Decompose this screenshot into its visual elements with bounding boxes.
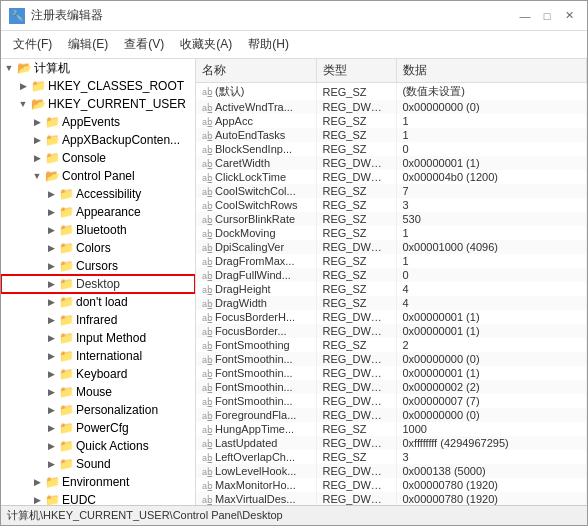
table-row[interactable]: ab̲MaxMonitorHo...REG_DWORD0x00000780 (1… [196,478,587,492]
menu-view[interactable]: 查看(V) [116,33,172,56]
tree-node-cursors[interactable]: ▶📁Cursors [1,257,195,275]
tree-node-mouse[interactable]: ▶📁Mouse [1,383,195,401]
tree-node-inputmethod[interactable]: ▶📁Input Method [1,329,195,347]
expand-icon-dontload[interactable]: ▶ [43,294,59,310]
expand-icon-hkcr[interactable]: ▶ [15,78,31,94]
expand-icon-environment[interactable]: ▶ [29,474,45,490]
table-row[interactable]: ab̲LeftOverlapCh...REG_SZ3 [196,450,587,464]
table-row[interactable]: ab̲DragFullWind...REG_SZ0 [196,268,587,282]
table-row[interactable]: ab̲DragHeightREG_SZ4 [196,282,587,296]
table-row[interactable]: ab̲DpiScalingVerREG_DWORD0x00001000 (409… [196,240,587,254]
expand-icon-accessibility[interactable]: ▶ [43,186,59,202]
table-row[interactable]: ab̲FontSmoothingREG_SZ2 [196,338,587,352]
expand-icon-personalization[interactable]: ▶ [43,402,59,418]
tree-node-personalization[interactable]: ▶📁Personalization [1,401,195,419]
table-row[interactable]: ab̲FontSmoothin...REG_DWORD0x00000007 (7… [196,394,587,408]
tree-node-hkcu[interactable]: ▼📂HKEY_CURRENT_USER [1,95,195,113]
registry-tree[interactable]: ▼📂计算机▶📁HKEY_CLASSES_ROOT▼📂HKEY_CURRENT_U… [1,59,196,505]
table-row[interactable]: ab̲ActiveWndTra...REG_DWORD0x00000000 (0… [196,100,587,114]
expand-icon-desktop[interactable]: ▶ [43,276,59,292]
tree-node-accessibility[interactable]: ▶📁Accessibility [1,185,195,203]
tree-node-international[interactable]: ▶📁International [1,347,195,365]
tree-node-keyboard[interactable]: ▶📁Keyboard [1,365,195,383]
tree-node-colors[interactable]: ▶📁Colors [1,239,195,257]
table-row[interactable]: ab̲AppAccREG_SZ1 [196,114,587,128]
folder-icon-hkcu: 📂 [31,97,46,111]
table-row[interactable]: ab̲DragFromMax...REG_SZ1 [196,254,587,268]
table-row[interactable]: ab̲FocusBorder...REG_DWORD0x00000001 (1) [196,324,587,338]
menu-file[interactable]: 文件(F) [5,33,60,56]
expand-icon-keyboard[interactable]: ▶ [43,366,59,382]
tree-node-sound[interactable]: ▶📁Sound [1,455,195,473]
expand-icon-infrared[interactable]: ▶ [43,312,59,328]
table-row[interactable]: ab̲CoolSwitchCol...REG_SZ7 [196,184,587,198]
minimize-button[interactable]: — [515,6,535,26]
tree-node-hkcr[interactable]: ▶📁HKEY_CLASSES_ROOT [1,77,195,95]
folder-icon-dontload: 📁 [59,295,74,309]
node-label-powercfg: PowerCfg [76,421,129,435]
table-row[interactable]: ab̲FontSmoothin...REG_DWORD0x00000002 (2… [196,380,587,394]
tree-node-infrared[interactable]: ▶📁Infrared [1,311,195,329]
expand-icon-international[interactable]: ▶ [43,348,59,364]
table-row[interactable]: ab̲HungAppTime...REG_SZ1000 [196,422,587,436]
table-row[interactable]: ab̲CursorBlinkRateREG_SZ530 [196,212,587,226]
col-header-type[interactable]: 类型 [316,59,396,83]
cell-type-2: REG_SZ [316,114,396,128]
tree-node-environment[interactable]: ▶📁Environment [1,473,195,491]
table-row[interactable]: ab̲DragWidthREG_SZ4 [196,296,587,310]
table-row[interactable]: ab̲BlockSendInp...REG_SZ0 [196,142,587,156]
node-label-keyboard: Keyboard [76,367,127,381]
tree-node-powercfg[interactable]: ▶📁PowerCfg [1,419,195,437]
expand-icon-appevents[interactable]: ▶ [29,114,45,130]
expand-icon-colors[interactable]: ▶ [43,240,59,256]
expand-icon-eudc[interactable]: ▶ [29,492,45,505]
folder-icon-environment: 📁 [45,475,60,489]
tree-node-appearance[interactable]: ▶📁Appearance [1,203,195,221]
expand-icon-sound[interactable]: ▶ [43,456,59,472]
expand-icon-appearance[interactable]: ▶ [43,204,59,220]
maximize-button[interactable]: □ [537,6,557,26]
tree-node-desktop[interactable]: ▶📁Desktop [1,275,195,293]
table-row[interactable]: ab̲LastUpdatedREG_DWORD0xffffffff (42949… [196,436,587,450]
table-row[interactable]: ab̲DockMovingREG_SZ1 [196,226,587,240]
table-row[interactable]: ab̲FocusBorderH...REG_DWORD0x00000001 (1… [196,310,587,324]
table-row[interactable]: ab̲ForegroundFla...REG_DWORD0x00000000 (… [196,408,587,422]
tree-node-quickactions[interactable]: ▶📁Quick Actions [1,437,195,455]
tree-node-console[interactable]: ▶📁Console [1,149,195,167]
tree-node-dontload[interactable]: ▶📁don't load [1,293,195,311]
expand-icon-powercfg[interactable]: ▶ [43,420,59,436]
table-row[interactable]: ab̲FontSmoothin...REG_DWORD0x00000001 (1… [196,366,587,380]
expand-icon-bluetooth[interactable]: ▶ [43,222,59,238]
menu-edit[interactable]: 编辑(E) [60,33,116,56]
tree-node-eudc[interactable]: ▶📁EUDC [1,491,195,505]
col-header-name[interactable]: 名称 [196,59,316,83]
tree-node-controlpanel[interactable]: ▼📂Control Panel [1,167,195,185]
expand-icon-appxbackup[interactable]: ▶ [29,132,45,148]
table-row[interactable]: ab̲ClickLockTimeREG_DWORD0x000004b0 (120… [196,170,587,184]
table-row[interactable]: ab̲FontSmoothin...REG_DWORD0x00000000 (0… [196,352,587,366]
table-row[interactable]: ab̲CoolSwitchRowsREG_SZ3 [196,198,587,212]
col-header-data[interactable]: 数据 [396,59,587,83]
expand-icon-controlpanel[interactable]: ▼ [29,168,45,184]
table-row[interactable]: ab̲AutoEndTasksREG_SZ1 [196,128,587,142]
tree-node-computer[interactable]: ▼📂计算机 [1,59,195,77]
expand-icon-inputmethod[interactable]: ▶ [43,330,59,346]
table-row[interactable]: ab̲LowLevelHook...REG_DWORD0x000138 (500… [196,464,587,478]
table-row[interactable]: ab̲CaretWidthREG_DWORD0x00000001 (1) [196,156,587,170]
tree-node-appxbackup[interactable]: ▶📁AppXBackupConten... [1,131,195,149]
cell-name-26: ab̲LeftOverlapCh... [196,450,316,464]
expand-icon-mouse[interactable]: ▶ [43,384,59,400]
reg-value-icon: ab̲ [202,425,213,435]
table-row[interactable]: ab̲MaxVirtualDes...REG_DWORD0x00000780 (… [196,492,587,505]
expand-icon-computer[interactable]: ▼ [1,60,17,76]
close-button[interactable]: ✕ [559,6,579,26]
table-row[interactable]: ab̲(默认)REG_SZ(数值未设置) [196,83,587,101]
expand-icon-cursors[interactable]: ▶ [43,258,59,274]
tree-node-bluetooth[interactable]: ▶📁Bluetooth [1,221,195,239]
menu-help[interactable]: 帮助(H) [240,33,297,56]
expand-icon-hkcu[interactable]: ▼ [15,96,31,112]
tree-node-appevents[interactable]: ▶📁AppEvents [1,113,195,131]
menu-favorites[interactable]: 收藏夹(A) [172,33,240,56]
expand-icon-quickactions[interactable]: ▶ [43,438,59,454]
expand-icon-console[interactable]: ▶ [29,150,45,166]
